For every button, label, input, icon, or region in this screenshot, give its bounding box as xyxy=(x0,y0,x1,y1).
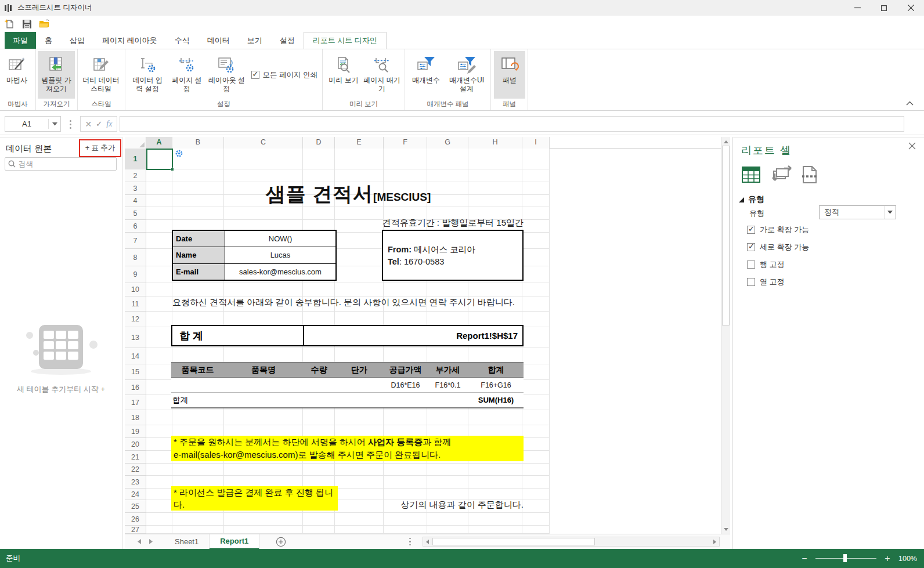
add-table-button[interactable]: + 표 추가 xyxy=(79,139,121,157)
horizontal-scroll-thumb[interactable] xyxy=(432,538,595,545)
parameter-ui-design-button[interactable]: 매개변수UI 설계 xyxy=(445,51,489,99)
name-box[interactable]: A1 xyxy=(5,116,61,132)
app-window: 스프레드시트 디자이너 파일 홈 삽입 페이지 레이아웃 수 xyxy=(0,0,924,568)
option-vertical-expand[interactable]: 세로 확장 가능 xyxy=(747,242,809,252)
ribbon-collapse-chevron[interactable] xyxy=(904,99,915,107)
cancel-icon[interactable]: ✕ xyxy=(85,120,92,129)
column-header-F[interactable]: F xyxy=(384,137,427,149)
tab-settings[interactable]: 설정 xyxy=(271,32,304,49)
save-icon[interactable] xyxy=(20,17,34,31)
column-header-E[interactable]: E xyxy=(335,137,384,149)
data-source-empty-state: 새 테이블 추가부터 시작 + xyxy=(0,320,122,395)
checkbox-box[interactable] xyxy=(747,278,755,286)
column-header-C[interactable]: C xyxy=(224,137,303,149)
sum-formula: SUM(H16) xyxy=(468,393,524,407)
ribbon-group-settings: 데이터 입력 설정 페이지 설정 레이아웃 설정 모든 페이지 인쇄 xyxy=(125,49,323,110)
checkbox-box[interactable] xyxy=(747,226,755,234)
search-input[interactable] xyxy=(19,160,113,168)
sheet-nav-next-icon[interactable] xyxy=(149,539,153,544)
tab-view[interactable]: 보기 xyxy=(239,32,271,49)
vertical-scrollbar[interactable] xyxy=(721,137,730,534)
tab-report-sheet-design[interactable]: 리포트 시트 디자인 xyxy=(304,32,387,49)
scroll-right-icon[interactable] xyxy=(710,537,719,546)
cell-settings-gear-icon[interactable] xyxy=(175,149,183,158)
horizontal-scrollbar[interactable] xyxy=(423,537,720,547)
document-title: 샘플 견적서[MESCIUS] xyxy=(223,181,473,210)
scroll-up-icon[interactable] xyxy=(721,137,731,146)
print-all-pages-checkbox[interactable]: 모든 페이지 인쇄 xyxy=(251,70,317,80)
name-box-dropdown-icon[interactable] xyxy=(49,122,60,126)
page-setup-icon xyxy=(177,54,197,76)
formula-input[interactable] xyxy=(120,116,904,132)
zoom-out-icon[interactable]: − xyxy=(800,553,808,564)
data-input-settings-button[interactable]: 데이터 입력 설정 xyxy=(128,51,167,99)
fill-handle[interactable] xyxy=(171,168,174,171)
tab-insert[interactable]: 삽입 xyxy=(61,32,93,49)
expand-direction-icon[interactable] xyxy=(770,165,792,184)
sheet-tab-sheet1[interactable]: Sheet1 xyxy=(164,534,210,549)
page-setup-button[interactable]: 페이지 설정 xyxy=(169,51,204,99)
option-fix-row[interactable]: 행 고정 xyxy=(747,259,785,270)
wizard-button[interactable]: 마법사 xyxy=(0,51,34,99)
vertical-scroll-thumb[interactable] xyxy=(722,146,730,325)
empty-state-cta[interactable]: 새 테이블 추가부터 시작 + xyxy=(0,384,122,395)
close-button[interactable] xyxy=(897,0,924,16)
add-sheet-icon[interactable] xyxy=(276,537,286,547)
column-header-A[interactable]: A xyxy=(146,137,172,149)
checkbox-box[interactable] xyxy=(747,261,755,269)
tab-formulas[interactable]: 수식 xyxy=(166,32,198,49)
layout-settings-button[interactable]: 레이아웃 설정 xyxy=(207,51,246,99)
zoom-in-icon[interactable]: + xyxy=(883,553,891,564)
maximize-button[interactable] xyxy=(871,0,897,16)
tab-data[interactable]: 데이터 xyxy=(198,32,239,49)
column-header-D[interactable]: D xyxy=(303,137,335,149)
parameters-button[interactable]: 매개변수 xyxy=(409,51,443,99)
sheet-nav-prev-icon[interactable] xyxy=(138,539,141,544)
option-horizontal-expand[interactable]: 가로 확장 가능 xyxy=(747,225,809,235)
open-folder-icon[interactable] xyxy=(37,17,51,31)
formula-bar-grip[interactable] xyxy=(67,118,73,131)
column-header-G[interactable]: G xyxy=(427,137,468,149)
page-break-icon[interactable] xyxy=(802,165,818,184)
zoom-slider-thumb[interactable] xyxy=(843,554,847,562)
zoom-slider[interactable] xyxy=(815,558,876,559)
vat-formula: F16*0.1 xyxy=(427,378,468,392)
table-row: Date NOW() xyxy=(173,231,335,247)
panel-close-icon[interactable] xyxy=(908,142,916,150)
preview-button[interactable]: 미리 보기 xyxy=(326,51,361,99)
option-fix-column[interactable]: 열 고정 xyxy=(747,277,785,287)
checkbox-box[interactable] xyxy=(747,243,755,251)
scroll-left-icon[interactable] xyxy=(423,537,432,546)
column-header-B[interactable]: B xyxy=(172,137,224,149)
column-header-H[interactable]: H xyxy=(468,137,522,149)
sheet-body[interactable]: 샘플 견적서[MESCIUS] 견적유효기간 : 발행일로부터 15일간 Dat… xyxy=(125,149,721,534)
enter-icon[interactable]: ✓ xyxy=(96,120,102,128)
tab-page-layout[interactable]: 페이지 레이아웃 xyxy=(93,32,166,49)
insert-function-icon[interactable]: fx xyxy=(106,120,112,129)
contact-info-table: Date NOW() Name Lucas E-mail sales-kor@m… xyxy=(172,230,337,281)
checkbox-box[interactable] xyxy=(251,71,259,79)
paginate-button[interactable]: 페이지 매기기 xyxy=(362,51,402,99)
gridline xyxy=(146,283,550,283)
type-dropdown[interactable]: 정적 xyxy=(819,205,896,219)
column-header-I[interactable]: I xyxy=(522,137,550,149)
dirty-data-style-button[interactable]: 더티 데이터 스타일 xyxy=(80,51,122,99)
dropdown-arrow-icon[interactable] xyxy=(884,206,896,219)
minimize-button[interactable] xyxy=(844,0,871,16)
tab-file[interactable]: 파일 xyxy=(5,32,36,49)
tab-strip-grip[interactable] xyxy=(409,538,411,546)
gridline xyxy=(146,348,550,348)
sheet-tab-report1[interactable]: Report1 xyxy=(210,534,259,549)
import-template-button[interactable]: 템플릿 가져오기 xyxy=(38,51,75,99)
type-section-header[interactable]: 유형 xyxy=(739,194,764,205)
report-table-icon[interactable] xyxy=(741,166,761,183)
data-source-title: 데이터 원본 xyxy=(6,143,52,154)
tab-home[interactable]: 홈 xyxy=(36,32,61,49)
search-box[interactable] xyxy=(5,157,117,171)
active-cell-selection[interactable] xyxy=(146,149,173,170)
panel-button[interactable]: 패널 xyxy=(494,51,525,99)
app-title: 스프레드시트 디자이너 xyxy=(17,3,92,13)
scroll-down-icon[interactable] xyxy=(721,524,731,534)
new-document-icon[interactable] xyxy=(2,17,16,31)
select-all-corner[interactable] xyxy=(125,137,146,149)
